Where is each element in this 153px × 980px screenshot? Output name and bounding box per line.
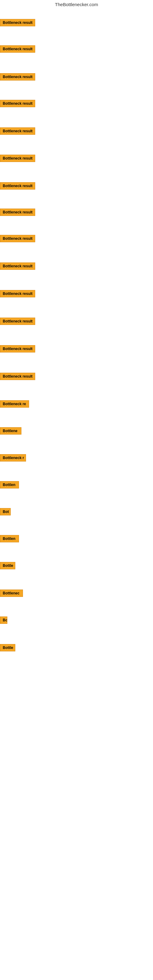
list-item: Bottleneck result (0, 154, 35, 164)
bottleneck-badge[interactable]: Bottleneck result (0, 19, 35, 26)
list-item: Bottleneck result (0, 45, 35, 54)
bottleneck-badge[interactable]: Bottle (0, 562, 15, 569)
bottleneck-badge[interactable]: Bottleneck re (0, 400, 29, 407)
bottleneck-badge[interactable]: Bottleneck result (0, 345, 35, 353)
bottleneck-badge[interactable]: Bottleneck r (0, 454, 26, 461)
list-item: Bottleneck result (0, 234, 35, 244)
bottleneck-badge[interactable]: Bottleneck result (0, 100, 35, 107)
items-container: Bottleneck resultBottleneck resultBottle… (0, 10, 153, 980)
list-item: Bottleneck result (0, 18, 35, 28)
bottleneck-badge[interactable]: Bottlen (0, 535, 19, 542)
list-item: Bottleneck result (0, 290, 35, 299)
list-item: Bottleneck result (0, 127, 35, 137)
list-item: Bottleneck result (0, 73, 35, 83)
bottleneck-badge[interactable]: Bottleneck result (0, 235, 35, 242)
list-item: Bottleneck result (0, 317, 35, 327)
bottleneck-badge[interactable]: Bottleneck result (0, 318, 35, 325)
bottleneck-badge[interactable]: Bottleneck result (0, 290, 35, 298)
bottleneck-badge[interactable]: Bottleneck result (0, 262, 35, 270)
bottleneck-badge[interactable]: Bottleneck result (0, 182, 35, 189)
list-item: Bottlen (0, 480, 19, 490)
bottleneck-badge[interactable]: Bottleneck result (0, 73, 35, 81)
list-item: Bottleneck result (0, 99, 35, 109)
bottleneck-badge[interactable]: Bottleneck result (0, 155, 35, 162)
list-item: Bottlene (0, 426, 21, 436)
list-item: Bottleneck r (0, 453, 26, 463)
list-item: Bottleneck result (0, 181, 35, 191)
list-item: Bottleneck re (0, 400, 29, 409)
list-item: Bottleneck result (0, 208, 35, 218)
bottleneck-badge[interactable]: Bot (0, 508, 11, 515)
bottleneck-badge[interactable]: Bottleneck result (0, 127, 35, 135)
list-item: Bo (0, 616, 7, 626)
list-item: Bot (0, 508, 11, 517)
bottleneck-badge[interactable]: Bo (0, 616, 7, 624)
list-item: Bottlen (0, 535, 19, 544)
list-item: Bottleneck result (0, 262, 35, 272)
bottleneck-badge[interactable]: Bottlenec (0, 590, 23, 597)
bottleneck-badge[interactable]: Bottleneck result (0, 45, 35, 52)
bottleneck-badge[interactable]: Bottlene (0, 427, 21, 434)
bottleneck-badge[interactable]: Bottlen (0, 481, 19, 488)
site-title: TheBottlenecker.com (0, 0, 153, 10)
bottleneck-badge[interactable]: Bottleneck result (0, 208, 35, 216)
list-item: Bottle (0, 562, 15, 571)
list-item: Bottle (0, 643, 15, 653)
list-item: Bottleneck result (0, 345, 35, 354)
list-item: Bottlenec (0, 589, 23, 599)
bottleneck-badge[interactable]: Bottle (0, 644, 15, 651)
list-item: Bottleneck result (0, 372, 35, 382)
bottleneck-badge[interactable]: Bottleneck result (0, 373, 35, 380)
